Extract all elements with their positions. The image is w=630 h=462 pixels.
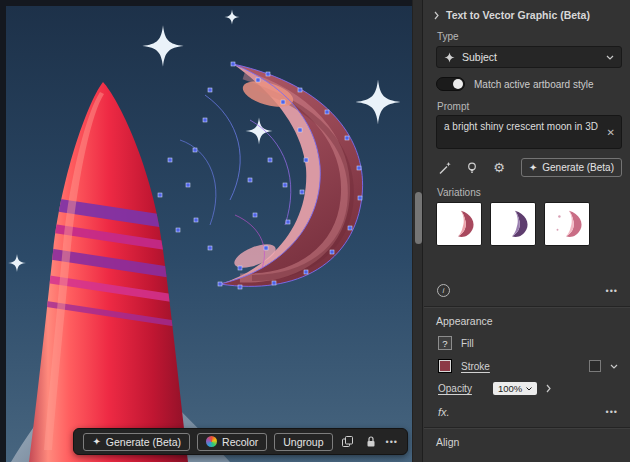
variation-thumb-3[interactable] (544, 202, 590, 246)
stroke-weight-box[interactable] (589, 360, 601, 372)
variations-label: Variations (437, 187, 630, 198)
wand-icon[interactable] (437, 160, 453, 176)
artboard-canvas[interactable]: ✦ Generate (Beta) Recolor Ungroup (0, 0, 412, 462)
opacity-row: Opacity 100% (438, 382, 618, 395)
more-options-icon[interactable]: ••• (606, 407, 618, 417)
artboard-style-row: Match active artboard style (436, 77, 622, 91)
clear-prompt-icon[interactable]: ✕ (607, 127, 615, 138)
fx-button[interactable]: fx. (438, 406, 450, 418)
lightbulb-icon[interactable] (464, 160, 480, 176)
fill-row: ? Fill (438, 336, 618, 350)
opacity-value-dropdown[interactable]: 100% (493, 382, 537, 395)
opacity-link[interactable]: Opacity (438, 383, 472, 394)
panel-header: Text to Vector Graphic (Beta) (424, 0, 630, 21)
more-options-icon[interactable]: ••• (386, 437, 398, 447)
recolor-button[interactable]: Recolor (197, 433, 267, 451)
fill-label: Fill (461, 338, 474, 349)
fill-indicator-icon[interactable]: ? (438, 336, 452, 350)
chevron-down-icon[interactable] (610, 364, 618, 369)
panel-generate-button[interactable]: ✦ Generate (Beta) (521, 158, 622, 177)
text-to-vector-panel: Text to Vector Graphic (Beta) Type Subje… (424, 0, 630, 462)
panel-footer-row: i ••• (437, 284, 618, 297)
context-taskbar: ✦ Generate (Beta) Recolor Ungroup (73, 428, 408, 455)
stroke-link[interactable]: Stroke (461, 361, 490, 372)
night-sky-scene (0, 0, 412, 462)
type-dropdown[interactable]: Subject (436, 46, 622, 68)
section-divider (424, 306, 630, 308)
type-label: Type (437, 31, 630, 42)
stroke-row: Stroke (438, 359, 618, 373)
match-style-toggle[interactable] (436, 77, 465, 91)
panel-scrollbar (412, 0, 423, 462)
toggle-knob (453, 79, 463, 89)
duplicate-icon[interactable] (340, 434, 356, 450)
ungroup-label: Ungroup (283, 436, 323, 448)
lock-icon[interactable] (363, 434, 379, 450)
gear-icon[interactable]: ⚙ (491, 160, 507, 176)
chevron-right-icon[interactable] (546, 384, 551, 393)
prompt-label: Prompt (437, 101, 630, 112)
opacity-value: 100% (498, 383, 522, 394)
prompt-actions-row: ⚙ ✦ Generate (Beta) (437, 158, 622, 177)
recolor-label: Recolor (222, 436, 258, 448)
generate-beta-button[interactable]: ✦ Generate (Beta) (83, 433, 190, 451)
chevron-right-icon[interactable] (434, 11, 439, 20)
align-title: Align (436, 436, 630, 448)
prompt-text: a bright shiny crescent moon in 3D (444, 121, 598, 132)
color-wheel-icon (206, 436, 217, 447)
section-divider (424, 427, 630, 429)
more-options-icon[interactable]: ••• (606, 286, 618, 296)
chevron-down-icon (606, 55, 614, 60)
effects-row: fx. ••• (438, 406, 618, 418)
appearance-title: Appearance (436, 315, 630, 327)
panel-generate-label: Generate (Beta) (542, 162, 614, 173)
sparkle-icon: ✦ (92, 437, 100, 447)
scrollbar-thumb[interactable] (415, 192, 422, 244)
subject-icon (444, 52, 455, 63)
prompt-input[interactable]: a bright shiny crescent moon in 3D ✕ (436, 115, 622, 149)
generate-beta-label: Generate (Beta) (106, 436, 181, 448)
stroke-swatch[interactable] (438, 359, 452, 373)
app-window: ✦ Generate (Beta) Recolor Ungroup (0, 0, 630, 462)
sparkle-icon: ✦ (529, 163, 537, 173)
ungroup-button[interactable]: Ungroup (274, 433, 332, 451)
info-icon[interactable]: i (437, 284, 450, 297)
variations-row (436, 202, 622, 246)
chevron-down-icon (526, 387, 532, 391)
variation-thumb-1[interactable] (436, 202, 482, 246)
type-selected-value: Subject (462, 51, 497, 63)
panel-title: Text to Vector Graphic (Beta) (446, 9, 590, 21)
match-style-label: Match active artboard style (474, 79, 594, 90)
variation-thumb-2[interactable] (490, 202, 536, 246)
